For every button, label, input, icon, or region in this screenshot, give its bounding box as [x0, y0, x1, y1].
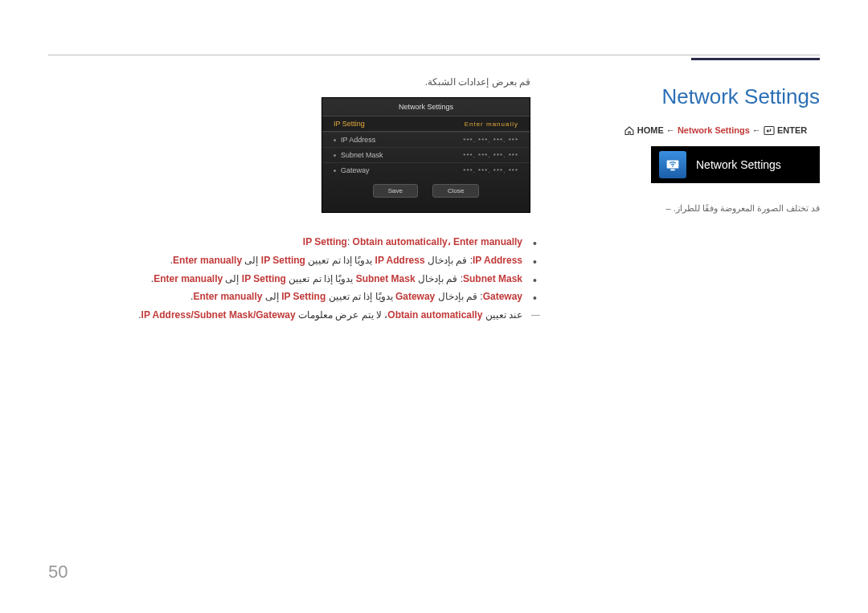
mock-ip-value: ***. ***. ***. ***	[463, 137, 518, 144]
mock-header-value: Enter manually	[465, 121, 518, 128]
home-icon	[624, 126, 635, 137]
bullet-ip-address: IP Address: قم بإدخال IP Address يدويًا …	[48, 251, 522, 270]
d-r2: IP Address/Subnet Mask/Gateway	[141, 309, 296, 321]
page: Network Settings HOME ← Network Settings…	[0, 0, 868, 613]
mock-ip-label: IP Address	[341, 136, 375, 144]
section-title: Network Settings	[611, 84, 820, 109]
top-rule-accent	[691, 58, 820, 60]
dash-note: عند تعيين Obtain automatically، لا يتم ع…	[48, 306, 522, 325]
mock-subnet-label: Subnet Mask	[341, 151, 383, 159]
b4-t2: يدويًا إذا تم تعيين	[326, 291, 395, 302]
breadcrumb-enter: ENTER	[777, 125, 807, 135]
svg-rect-2	[670, 169, 675, 170]
bullet-dot-icon	[334, 139, 336, 141]
lead-text: قم بعرض إعدادات الشبكة.	[48, 76, 530, 88]
b4-t1: : قم بإدخال	[435, 291, 482, 302]
b4-r3: Enter manually	[193, 291, 262, 302]
b2-r1: IP Address	[375, 255, 425, 266]
b3-r1: Subnet Mask	[356, 273, 416, 284]
b4-r2: IP Setting	[281, 291, 326, 302]
breadcrumb: HOME ← Network Settings ← ENTER	[611, 125, 820, 137]
mock-row-subnet: Subnet Mask ***. ***. ***. ***	[322, 147, 530, 162]
b2-label: IP Address	[473, 255, 522, 266]
breadcrumb-arrow1: ←	[666, 125, 675, 135]
right-column: Network Settings HOME ← Network Settings…	[611, 84, 820, 214]
b2-t3: إلى	[242, 255, 261, 266]
b3-r3: Enter manually	[154, 273, 223, 284]
d-r1: Obtain automatically	[387, 309, 482, 321]
settings-mock-screenshot: Network Settings IP Setting Enter manual…	[321, 97, 530, 213]
b3-t3: إلى	[223, 273, 242, 284]
b2-r3: Enter manually	[173, 255, 242, 266]
network-icon	[659, 151, 686, 178]
d-t1: عند تعيين	[482, 309, 522, 321]
breadcrumb-arrow2: ←	[752, 125, 761, 135]
b2-t1: : قم بإدخال	[425, 255, 473, 266]
mock-header-label: IP Setting	[334, 120, 365, 128]
mock-save-button[interactable]: Save	[373, 184, 418, 198]
bullet-gateway: Gateway: قم بإدخال Gateway يدويًا إذا تم…	[48, 288, 522, 306]
b2-t2: يدويًا إذا تم تعيين	[305, 255, 375, 266]
mock-gateway-value: ***. ***. ***. ***	[463, 167, 518, 174]
mock-header-row: IP Setting Enter manually	[322, 116, 530, 132]
bullet-dot-icon	[334, 154, 336, 157]
bullet-list: IP Setting: Obtain automatically، Enter …	[48, 233, 547, 325]
tile-label: Network Settings	[696, 158, 781, 171]
b1-label: IP Setting	[303, 236, 347, 247]
b1-values: Obtain automatically، Enter manually	[353, 236, 522, 247]
mock-subnet-value: ***. ***. ***. ***	[463, 152, 518, 159]
page-number: 50	[48, 562, 68, 582]
network-settings-tile[interactable]: Network Settings	[651, 146, 820, 183]
bullet-subnet-mask: Subnet Mask: قم بإدخال Subnet Mask يدويً…	[48, 270, 522, 288]
model-note: قد تختلف الصورة المعروضة وفقًا للطراز.	[611, 203, 820, 214]
bullet-ip-setting: IP Setting: Obtain automatically، Enter …	[48, 233, 522, 251]
b3-t2: يدويًا إذا تم تعيين	[286, 273, 356, 284]
mock-close-button[interactable]: Close	[432, 184, 479, 198]
b3-label: Subnet Mask	[463, 273, 522, 284]
b3-t1: : قم بإدخال	[416, 273, 463, 284]
top-rule	[48, 55, 820, 55]
breadcrumb-home: HOME	[637, 125, 664, 135]
mock-row-gateway: Gateway ***. ***. ***. ***	[322, 162, 530, 178]
mock-row-ip: IP Address ***. ***. ***. ***	[322, 132, 530, 147]
svg-point-3	[672, 166, 674, 167]
left-column: قم بعرض إعدادات الشبكة. Network Settings…	[48, 76, 547, 325]
bullet-dot-icon	[334, 170, 336, 172]
d-t2: ، لا يتم عرض معلومات	[296, 309, 388, 321]
mock-title: Network Settings	[322, 103, 530, 111]
mock-gateway-label: Gateway	[341, 166, 370, 174]
b4-r1: Gateway	[395, 291, 435, 302]
b2-r2: IP Setting	[261, 255, 305, 266]
b4-label: Gateway	[483, 291, 522, 302]
enter-icon	[764, 126, 775, 137]
b4-t3: إلى	[262, 291, 281, 302]
mock-button-row: Save Close	[322, 178, 530, 198]
breadcrumb-mid: Network Settings	[678, 125, 750, 135]
b3-r2: IP Setting	[242, 273, 286, 284]
